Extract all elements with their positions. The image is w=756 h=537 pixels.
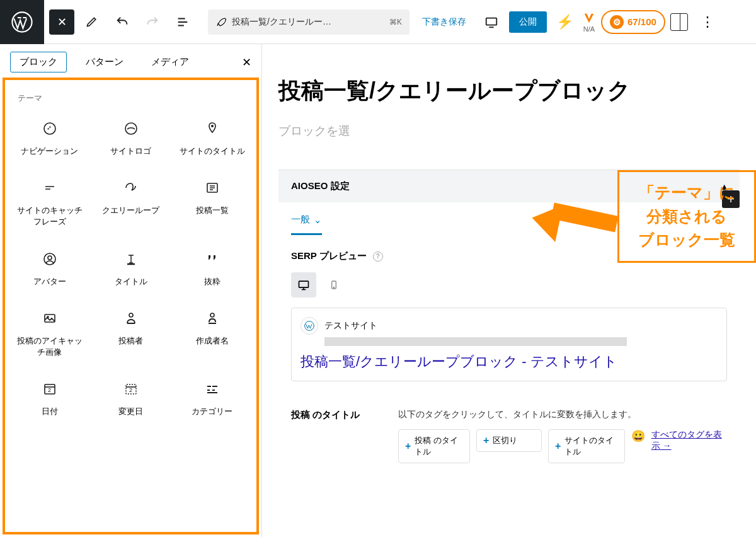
preview-icon[interactable] bbox=[479, 9, 504, 35]
svg-rect-16 bbox=[299, 281, 309, 287]
chevron-down-icon: ⌄ bbox=[314, 214, 322, 226]
command-shortcut: ⌘K bbox=[389, 18, 402, 26]
svg-point-9 bbox=[47, 316, 49, 318]
svg-point-4 bbox=[211, 125, 214, 127]
close-icon[interactable]: ✕ bbox=[242, 55, 251, 69]
desktop-preview-button[interactable] bbox=[291, 272, 316, 297]
publish-button[interactable]: 公開 bbox=[509, 11, 547, 33]
editor-canvas: 投稿一覧/クエリーループブロック ブロックを選 + 「テーマ」に分類される ブロ… bbox=[262, 44, 756, 537]
tab-blocks[interactable]: ブロック bbox=[10, 52, 67, 72]
close-inserter-button[interactable]: ✕ bbox=[49, 9, 74, 35]
top-toolbar: ✕ 投稿一覧/クエリールー… ⌘K 下書き保存 公開 ⚡ N/A ⚙ 67/10… bbox=[0, 0, 756, 44]
gear-icon: ⚙ bbox=[610, 15, 624, 29]
block-site-logo[interactable]: サイトロゴ bbox=[91, 109, 170, 166]
serp-preview-card: テストサイト 投稿一覧/クエリーループブロック - テストサイト bbox=[291, 308, 727, 381]
block-author-name[interactable]: 作成者名 bbox=[173, 299, 251, 367]
post-title-field-label: 投稿 のタイトル bbox=[291, 409, 379, 463]
serp-url-placeholder bbox=[324, 337, 627, 346]
sidebar-toggle-icon[interactable] bbox=[670, 13, 688, 31]
feather-icon bbox=[215, 16, 227, 28]
block-excerpt[interactable]: 抜粋 bbox=[173, 240, 251, 296]
performance-icon[interactable]: ⚡ bbox=[552, 9, 577, 35]
save-draft-link[interactable]: 下書き保存 bbox=[422, 16, 466, 28]
help-icon[interactable]: ? bbox=[373, 251, 383, 262]
block-date[interactable]: 2 日付 bbox=[10, 369, 89, 426]
block-site-title[interactable]: サイトのタイトル bbox=[173, 109, 251, 166]
block-post-list[interactable]: 投稿一覧 bbox=[173, 168, 251, 236]
svg-point-11 bbox=[210, 313, 214, 317]
tag-site-title[interactable]: +サイトのタイトル bbox=[548, 429, 625, 463]
block-inserter-panel: ブロック パターン メディア ✕ テーマ ナビゲーション サイトロゴ サイトのタ… bbox=[0, 44, 262, 537]
svg-point-3 bbox=[125, 123, 137, 134]
more-options-icon[interactable]: ⋮ bbox=[693, 14, 722, 30]
block-featured-image[interactable]: 投稿のアイキャッチ画像 bbox=[10, 299, 89, 367]
redo-icon[interactable] bbox=[140, 9, 165, 35]
block-title[interactable]: タイトル bbox=[91, 240, 170, 296]
command-palette[interactable]: 投稿一覧/クエリールー… ⌘K bbox=[208, 9, 410, 35]
tab-patterns[interactable]: パターン bbox=[77, 52, 132, 72]
mobile-preview-button[interactable] bbox=[321, 272, 346, 297]
command-text: 投稿一覧/クエリールー… bbox=[232, 16, 384, 28]
inserter-tabs: ブロック パターン メディア ✕ bbox=[0, 44, 261, 78]
post-title[interactable]: 投稿一覧/クエリーループブロック bbox=[278, 44, 740, 119]
block-placeholder[interactable]: ブロックを選 bbox=[278, 119, 740, 157]
block-modified-date[interactable]: 2 変更日 bbox=[91, 369, 170, 426]
block-navigation[interactable]: ナビゲーション bbox=[10, 109, 89, 166]
svg-text:2: 2 bbox=[129, 387, 132, 393]
list-view-icon[interactable] bbox=[170, 9, 195, 35]
svg-rect-1 bbox=[486, 18, 497, 25]
svg-point-10 bbox=[129, 313, 133, 317]
wordpress-logo[interactable] bbox=[0, 0, 44, 44]
emoji-picker-icon[interactable]: 😀 bbox=[631, 429, 645, 443]
tag-separator[interactable]: +区切り bbox=[476, 429, 542, 452]
svg-point-2 bbox=[44, 123, 55, 134]
svg-point-18 bbox=[333, 287, 334, 287]
yoast-badge[interactable]: N/A bbox=[582, 11, 596, 33]
serp-title: 投稿一覧/クエリーループブロック - テストサイト bbox=[301, 352, 718, 372]
block-avatar[interactable]: アバター bbox=[10, 240, 89, 296]
undo-icon[interactable] bbox=[110, 9, 135, 35]
block-tagline[interactable]: サイトのキャッチフレーズ bbox=[10, 168, 89, 236]
view-all-tags-link[interactable]: すべてのタグを表示 → bbox=[651, 429, 727, 452]
tab-media[interactable]: メディア bbox=[142, 52, 198, 72]
serp-site-name: テストサイト bbox=[324, 320, 377, 332]
title-help-text: 以下のタグをクリックして、タイトルに変数を挿入します。 bbox=[398, 409, 727, 420]
edit-icon[interactable] bbox=[79, 9, 105, 35]
tab-general[interactable]: 一般 ⌄ bbox=[291, 214, 322, 235]
svg-text:2: 2 bbox=[48, 387, 51, 393]
tag-post-title[interactable]: +投稿 のタイトル bbox=[398, 429, 470, 463]
inserter-body: テーマ ナビゲーション サイトロゴ サイトのタイトル サイトのキャッチフレーズ bbox=[3, 78, 259, 534]
annotation-callout: 「テーマ」に分類される ブロック一覧 bbox=[617, 170, 756, 263]
seo-score-badge[interactable]: ⚙ 67/100 bbox=[601, 10, 665, 34]
svg-point-7 bbox=[48, 256, 52, 260]
block-category[interactable]: カテゴリー bbox=[173, 369, 251, 426]
wordpress-favicon-icon bbox=[301, 317, 318, 335]
section-theme-label: テーマ bbox=[10, 88, 251, 109]
block-query-loop[interactable]: クエリーループ bbox=[91, 168, 170, 236]
block-author[interactable]: 投稿者 bbox=[91, 299, 170, 367]
